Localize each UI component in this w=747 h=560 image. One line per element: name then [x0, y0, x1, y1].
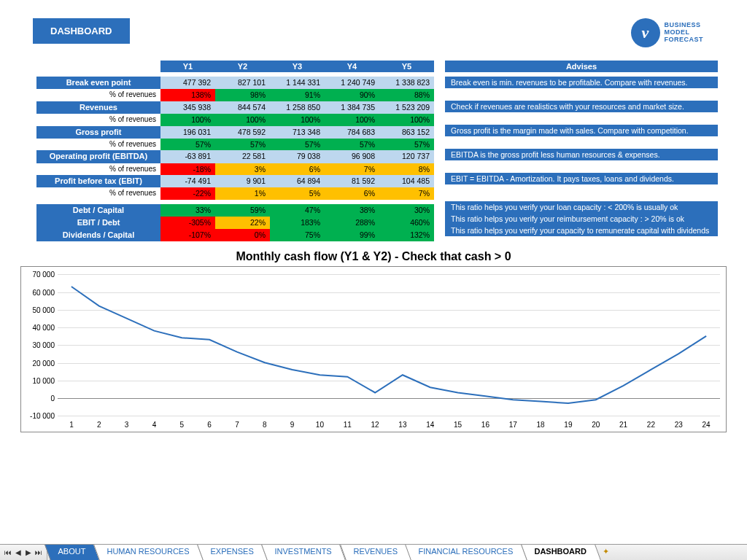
metric-value: 288% [325, 217, 379, 229]
metric-value: 100% [160, 114, 215, 126]
x-axis-tick: 17 [509, 421, 517, 429]
sheet-tab-human-resources[interactable]: HUMAN RESOURCES [93, 545, 204, 560]
year-header: Y1 [160, 61, 215, 72]
advise-text: Break even is min. revenues to be profit… [445, 77, 718, 88]
advise-text: Check if revenues are realistics with yo… [445, 101, 718, 112]
metric-value: 132% [379, 229, 434, 241]
metric-value: 104 485 [379, 175, 434, 187]
metric-value: 57% [325, 139, 379, 151]
x-axis-tick: 10 [316, 421, 324, 429]
tab-nav-next-icon[interactable]: ▶ [23, 548, 34, 556]
metric-value: 9 901 [215, 175, 270, 187]
metric-value: 138% [160, 89, 215, 101]
row-label: EBIT / Debt [36, 217, 160, 229]
metric-value: 33% [160, 204, 215, 217]
metric-value: 478 592 [215, 126, 270, 139]
sheet-tab-expenses[interactable]: EXPENSES [197, 545, 268, 560]
sheet-tab-bar: ⏮ ◀ ▶ ⏭ ABOUTHUMAN RESOURCESEXPENSESINVE… [0, 544, 747, 560]
metric-value: 1% [215, 187, 270, 200]
x-axis-tick: 22 [647, 421, 655, 429]
metric-value: 1 258 850 [270, 101, 325, 114]
y-axis-tick: 20 000 [32, 359, 58, 367]
metric-value: 100% [215, 114, 270, 126]
year-header: Y5 [379, 61, 434, 72]
metric-value: 91% [270, 89, 325, 101]
metric-value: 22% [215, 217, 270, 229]
x-axis-tick: 23 [675, 421, 683, 429]
x-axis-tick: 11 [344, 421, 352, 429]
metric-value: 183% [270, 217, 325, 229]
year-header: Y4 [325, 61, 379, 72]
metric-value: 90% [325, 89, 379, 101]
brand-logo: v BUSINESS MODEL FORECAST [631, 18, 740, 47]
metric-value: 6% [325, 187, 379, 200]
row-label: Debt / Capital [36, 204, 160, 217]
y-axis-tick: 70 000 [32, 271, 58, 279]
metric-value: 100% [325, 114, 379, 126]
sheet-tab-revenues[interactable]: REVENUES [340, 545, 411, 560]
x-axis-tick: 9 [290, 421, 295, 429]
metric-value: 57% [160, 139, 215, 151]
advises-header: Advises [445, 61, 718, 72]
sheet-tab-about[interactable]: ABOUT [44, 545, 100, 560]
metric-value: 57% [379, 139, 434, 151]
y-axis-tick: 10 000 [32, 376, 58, 384]
metric-value: 3% [215, 163, 270, 176]
advise-text: This ratio helps you verify your reimbur… [445, 213, 718, 225]
tab-nav-prev-icon[interactable]: ◀ [13, 548, 23, 556]
metric-value: 59% [215, 204, 270, 217]
x-axis-tick: 20 [592, 421, 600, 429]
metric-value: 98% [215, 89, 270, 101]
y-axis-tick: 50 000 [32, 306, 58, 314]
metric-value: 1 384 735 [325, 101, 379, 114]
row-label: % of revenues [36, 187, 160, 200]
x-axis-tick: 24 [703, 421, 711, 429]
row-label: Gross profit [36, 126, 160, 139]
metric-value: 6% [270, 163, 325, 176]
x-axis-tick: 14 [426, 421, 434, 429]
logo-line: FORECAST [665, 36, 704, 44]
row-label: Operating profit (EBITDA) [36, 150, 160, 163]
cashflow-chart: -10 000010 00020 00030 00040 00050 00060… [20, 266, 727, 432]
advise-text: This ratio helps you verify your loan ca… [445, 201, 718, 213]
x-axis-tick: 13 [398, 421, 406, 429]
metric-value: 1 240 749 [325, 77, 379, 89]
tab-nav-last-icon[interactable]: ⏭ [34, 548, 44, 556]
metric-value: 120 737 [379, 150, 434, 163]
x-axis-tick: 6 [207, 421, 212, 429]
metric-value: 7% [325, 163, 379, 176]
y-axis-tick: -10 000 [30, 412, 58, 420]
metric-value: 196 031 [160, 126, 215, 139]
year-header: Y3 [270, 61, 325, 72]
advise-text: EBITDA is the gross profit less human re… [445, 149, 718, 160]
row-label: % of revenues [36, 89, 160, 101]
tab-nav-first-icon[interactable]: ⏮ [3, 548, 13, 556]
row-label: Dividends / Capital [36, 229, 160, 241]
metric-value: 57% [270, 139, 325, 151]
sheet-tab-dashboard[interactable]: DASHBOARD [521, 545, 600, 560]
advise-text: This ratio helps you verify your capacit… [445, 225, 718, 236]
metric-value: 22 581 [215, 150, 270, 163]
metric-value: 460% [379, 217, 434, 229]
metric-value: 1 338 823 [379, 77, 434, 89]
metric-value: 100% [379, 114, 434, 126]
metric-value: 79 038 [270, 150, 325, 163]
x-axis-tick: 8 [263, 421, 267, 429]
metric-value: 713 348 [270, 126, 325, 139]
sheet-tab-financial-resources[interactable]: FINANCIAL RESOURCES [405, 545, 527, 560]
row-label: % of revenues [36, 139, 160, 151]
x-axis-tick: 19 [564, 421, 572, 429]
metric-value: -305% [160, 217, 215, 229]
x-axis-tick: 5 [179, 421, 184, 429]
metric-value: 99% [325, 229, 379, 241]
metric-value: 96 908 [325, 150, 379, 163]
x-axis-tick: 4 [152, 421, 157, 429]
x-axis-tick: 7 [235, 421, 239, 429]
metric-value: 100% [270, 114, 325, 126]
logo-icon: v [631, 18, 660, 47]
x-axis-tick: 16 [481, 421, 489, 429]
row-label: % of revenues [36, 114, 160, 126]
advise-text: EBIT = EBITDA - Amortization. It pays ta… [445, 173, 718, 184]
sheet-tab-investments[interactable]: INVESTMENTS [261, 545, 346, 560]
advises-panel: AdvisesBreak even is min. revenues to be… [445, 61, 718, 241]
